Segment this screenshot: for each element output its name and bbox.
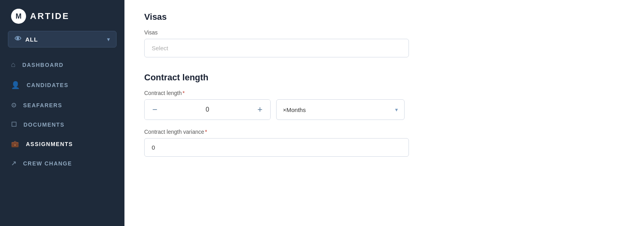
circle-icon: ⊙ — [11, 101, 17, 109]
visas-field-label: Visas — [144, 29, 624, 36]
home-icon: ⌂ — [11, 61, 16, 69]
sidebar-item-label: CREW CHANGE — [23, 160, 72, 167]
sidebar-item-label: DASHBOARD — [22, 62, 64, 68]
contract-variance-input[interactable]: 0 — [144, 138, 409, 157]
logo-text: ARTIDE — [30, 11, 70, 21]
contract-variance-label: Contract length variance — [144, 129, 624, 135]
unit-select[interactable]: ×Months ▾ — [276, 99, 405, 120]
sidebar-item-documents[interactable]: ☐ DOCUMENTS — [0, 115, 124, 134]
sidebar-item-label: ASSIGNMENTS — [26, 141, 73, 147]
unit-label: ×Months — [283, 106, 391, 113]
chevron-down-icon: ▾ — [107, 36, 110, 42]
sidebar-item-label: SEAFARERS — [23, 102, 62, 108]
briefcase-icon: 💼 — [11, 140, 20, 148]
visas-select[interactable]: Select — [144, 39, 409, 57]
sidebar-item-seafarers[interactable]: ⊙ SEAFARERS — [0, 95, 124, 115]
visas-select-placeholder: Select — [152, 45, 168, 51]
eye-icon: 👁 — [15, 35, 21, 43]
sidebar-item-label: DOCUMENTS — [24, 122, 65, 128]
document-icon: ☐ — [11, 121, 17, 128]
arrow-icon: ↗ — [11, 160, 17, 167]
contract-length-label: Contract length — [144, 90, 624, 96]
sidebar-item-dashboard[interactable]: ⌂ DASHBOARD — [0, 55, 124, 75]
contract-length-input[interactable] — [165, 106, 250, 113]
contract-length-field: Contract length − + ×Months ▾ — [144, 90, 624, 120]
sidebar-item-crew-change[interactable]: ↗ CREW CHANGE — [0, 154, 124, 173]
sidebar-item-candidates[interactable]: 👤 CANDIDATES — [0, 75, 124, 95]
sidebar: M ARTIDE 👁 ALL ▾ ⌂ DASHBOARD 👤 CANDIDATE… — [0, 0, 124, 226]
sidebar-item-assignments[interactable]: 💼 ASSIGNMENTS — [0, 134, 124, 154]
contract-section: Contract length Contract length − + ×Mon… — [144, 72, 624, 157]
main-content: Visas Visas Select Contract length Contr… — [124, 0, 644, 226]
chevron-down-icon: ▾ — [395, 106, 398, 113]
contract-section-title: Contract length — [144, 72, 624, 83]
visas-section: Visas Visas Select — [144, 12, 624, 57]
logo-area: M ARTIDE — [0, 0, 124, 31]
contract-variance-field: Contract length variance 0 — [144, 129, 624, 157]
person-icon: 👤 — [11, 81, 21, 89]
contract-length-row: − + ×Months ▾ — [144, 99, 624, 120]
contract-length-stepper: − + — [144, 99, 271, 120]
all-selector[interactable]: 👁 ALL ▾ — [8, 31, 117, 47]
stepper-minus-button[interactable]: − — [145, 99, 165, 120]
all-label: ALL — [25, 36, 103, 43]
sidebar-item-label: CANDIDATES — [27, 82, 69, 88]
visas-title: Visas — [144, 12, 624, 22]
logo-icon: M — [11, 9, 26, 24]
stepper-plus-button[interactable]: + — [250, 99, 270, 120]
